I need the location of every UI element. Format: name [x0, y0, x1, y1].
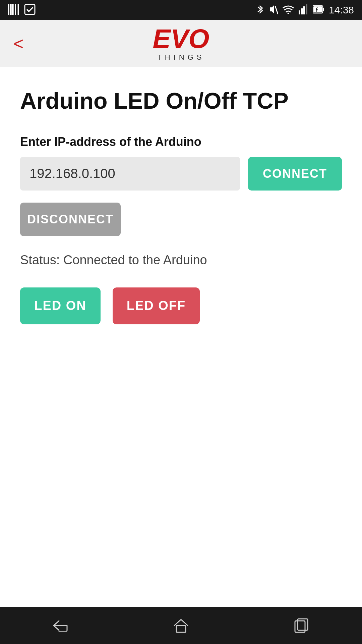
logo-v: V [171, 25, 188, 52]
svg-rect-13 [303, 6, 305, 14]
svg-rect-17 [313, 6, 322, 12]
svg-rect-16 [323, 8, 324, 11]
logo-things: THINGS [157, 53, 205, 62]
svg-rect-5 [17, 4, 17, 15]
svg-rect-0 [8, 4, 9, 15]
svg-point-10 [287, 13, 289, 14]
top-nav: < E V O THINGS [0, 20, 362, 67]
main-content: Arduino LED On/Off TCP Enter IP-address … [0, 67, 362, 607]
logo-evo: E V O [153, 25, 209, 52]
signal-icon [299, 4, 308, 16]
back-nav-button[interactable] [47, 612, 74, 639]
svg-rect-4 [15, 4, 16, 15]
svg-rect-12 [301, 8, 303, 14]
recents-nav-button[interactable] [288, 612, 315, 639]
logo-o: O [188, 25, 209, 52]
led-buttons-row: LED ON LED OFF [20, 287, 342, 324]
logo-e: E [153, 25, 171, 52]
status-bar-right: 14:38 [256, 4, 354, 16]
ip-label: Enter IP-address of the Arduino [20, 135, 342, 149]
svg-rect-14 [306, 4, 307, 14]
status-bar: 14:38 [0, 0, 362, 20]
status-bar-left [8, 4, 36, 17]
back-button[interactable]: < [13, 35, 23, 52]
logo-container: E V O THINGS [153, 25, 209, 62]
barcode-icon [8, 4, 19, 16]
bluetooth-icon [256, 4, 264, 16]
led-off-button[interactable]: LED OFF [113, 287, 200, 324]
page-title: Arduino LED On/Off TCP [20, 87, 342, 115]
mute-icon [268, 4, 278, 16]
disconnect-button[interactable]: DISCONNECT [20, 203, 121, 236]
input-row: CONNECT [20, 157, 342, 191]
svg-rect-21 [176, 626, 186, 632]
svg-line-9 [275, 6, 278, 14]
wifi-icon [283, 5, 294, 16]
ip-input[interactable] [20, 157, 240, 191]
disconnect-row: DISCONNECT [20, 203, 342, 253]
status-time: 14:38 [329, 4, 354, 16]
battery-icon [313, 5, 324, 15]
checkbox-icon [24, 4, 36, 17]
connect-button[interactable]: CONNECT [248, 157, 342, 191]
svg-rect-11 [299, 10, 300, 14]
svg-marker-8 [270, 5, 274, 13]
home-nav-button[interactable] [168, 612, 194, 639]
svg-rect-2 [11, 4, 13, 15]
led-on-button[interactable]: LED ON [20, 287, 101, 324]
svg-rect-3 [13, 4, 14, 15]
svg-rect-1 [10, 4, 11, 15]
bottom-nav [0, 607, 362, 644]
status-text: Status: Connected to the Arduino [20, 253, 342, 267]
svg-rect-7 [25, 4, 35, 14]
svg-rect-6 [18, 4, 19, 15]
